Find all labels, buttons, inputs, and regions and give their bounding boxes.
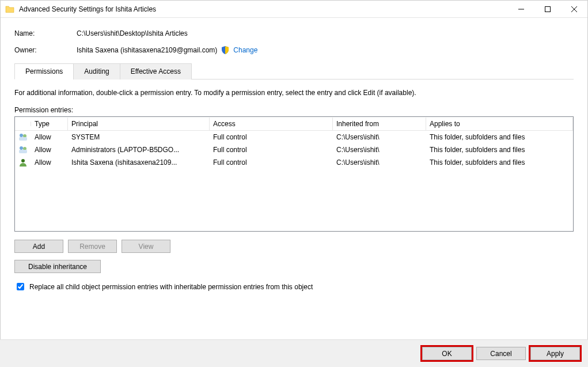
header-principal[interactable]: Principal bbox=[68, 118, 210, 130]
row-applies: This folder, subfolders and files bbox=[426, 132, 573, 142]
row-type: Allow bbox=[31, 157, 68, 168]
row-type: Allow bbox=[31, 132, 68, 142]
tabs: Permissions Auditing Effective Access bbox=[14, 63, 574, 80]
ok-button[interactable]: OK bbox=[422, 347, 472, 360]
replace-checkbox[interactable] bbox=[17, 283, 24, 290]
owner-value: Ishita Saxena (ishitasaxena2109@gmail.co… bbox=[77, 46, 217, 54]
permission-grid[interactable]: Type Principal Access Inherited from App… bbox=[14, 116, 574, 232]
svg-point-10 bbox=[21, 159, 25, 162]
row-principal: Administrators (LAPTOP-B5DGO... bbox=[68, 145, 210, 155]
tab-effective-access[interactable]: Effective Access bbox=[120, 63, 192, 80]
instructions-text: For additional information, double-click… bbox=[14, 89, 574, 97]
row-inherited: C:\Users\ishit\ bbox=[333, 132, 426, 142]
view-button[interactable]: View bbox=[122, 240, 170, 253]
remove-button[interactable]: Remove bbox=[68, 240, 117, 253]
svg-point-7 bbox=[20, 146, 23, 150]
row-access: Full control bbox=[210, 145, 333, 155]
tab-auditing[interactable]: Auditing bbox=[73, 63, 120, 80]
disable-inheritance-button[interactable]: Disable inheritance bbox=[14, 260, 101, 273]
titlebar: Advanced Security Settings for Ishita Ar… bbox=[1, 1, 587, 18]
row-principal: Ishita Saxena (ishitasaxena2109... bbox=[68, 157, 210, 168]
close-button[interactable] bbox=[561, 1, 587, 18]
svg-rect-6 bbox=[19, 137, 27, 141]
svg-rect-1 bbox=[545, 7, 551, 12]
header-type[interactable]: Type bbox=[31, 118, 68, 130]
row-applies: This folder, subfolders and files bbox=[426, 145, 573, 155]
table-row[interactable]: AllowAdministrators (LAPTOP-B5DGO...Full… bbox=[15, 143, 573, 156]
footer: OK Cancel Apply bbox=[0, 339, 588, 367]
window-controls bbox=[508, 1, 587, 17]
table-row[interactable]: AllowSYSTEMFull controlC:\Users\ishit\Th… bbox=[15, 131, 573, 143]
svg-rect-9 bbox=[19, 150, 27, 153]
row-access: Full control bbox=[210, 157, 333, 168]
row-principal: SYSTEM bbox=[68, 132, 210, 142]
row-inherited: C:\Users\ishit\ bbox=[333, 157, 426, 168]
content-area: Name: C:\Users\ishit\Desktop\Ishita Arti… bbox=[1, 18, 587, 292]
row-applies: This folder, subfolders and files bbox=[426, 157, 573, 168]
minimize-button[interactable] bbox=[508, 1, 534, 18]
cancel-button[interactable]: Cancel bbox=[476, 347, 526, 360]
row-type: Allow bbox=[31, 145, 68, 155]
shield-icon bbox=[221, 46, 230, 55]
svg-point-4 bbox=[20, 134, 23, 137]
row-access: Full control bbox=[210, 132, 333, 142]
add-button[interactable]: Add bbox=[14, 240, 63, 253]
header-applies[interactable]: Applies to bbox=[426, 118, 573, 130]
window-title: Advanced Security Settings for Ishita Ar… bbox=[19, 5, 508, 13]
apply-button[interactable]: Apply bbox=[530, 347, 580, 360]
name-label: Name: bbox=[14, 29, 77, 37]
table-row[interactable]: AllowIshita Saxena (ishitasaxena2109...F… bbox=[15, 156, 573, 169]
row-inherited: C:\Users\ishit\ bbox=[333, 145, 426, 155]
row-icon bbox=[15, 157, 31, 168]
name-value: C:\Users\ishit\Desktop\Ishita Articles bbox=[77, 29, 188, 37]
folder-icon bbox=[5, 5, 14, 14]
header-access[interactable]: Access bbox=[210, 118, 333, 130]
header-inherited[interactable]: Inherited from bbox=[333, 118, 426, 130]
entries-label: Permission entries: bbox=[14, 106, 574, 114]
grid-header: Type Principal Access Inherited from App… bbox=[15, 117, 573, 131]
replace-checkbox-label[interactable]: Replace all child object permission entr… bbox=[29, 283, 313, 291]
maximize-button[interactable] bbox=[534, 1, 561, 18]
tab-permissions[interactable]: Permissions bbox=[14, 63, 74, 80]
change-owner-link[interactable]: Change bbox=[233, 46, 257, 54]
row-icon bbox=[15, 131, 31, 143]
owner-label: Owner: bbox=[14, 46, 77, 54]
row-icon bbox=[15, 144, 31, 156]
